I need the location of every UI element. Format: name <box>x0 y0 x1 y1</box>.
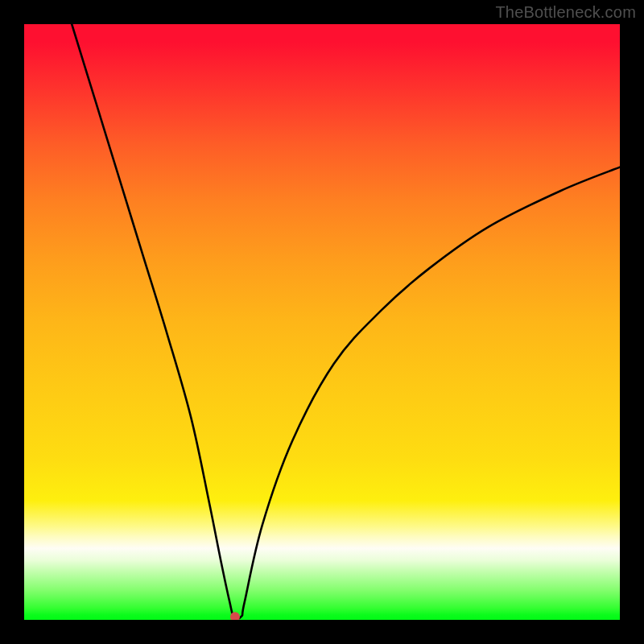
chart-frame: TheBottleneck.com <box>0 0 644 644</box>
chart-svg <box>24 24 620 620</box>
plot-area <box>24 24 620 620</box>
bottleneck-curve <box>72 24 620 618</box>
attribution-label: TheBottleneck.com <box>495 3 636 22</box>
